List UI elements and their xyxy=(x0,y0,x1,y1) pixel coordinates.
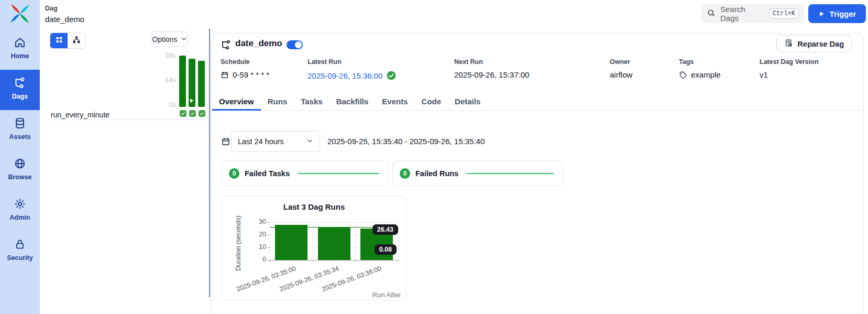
sidebar-item-label: Dags xyxy=(12,93,28,100)
sidebar-item-dags[interactable]: Dags xyxy=(0,70,40,110)
stat-card-failed-tasks[interactable]: 0Failed Tasks xyxy=(222,160,388,186)
gridline xyxy=(270,222,398,223)
airflow-logo[interactable] xyxy=(9,3,30,24)
info-owner: Ownerairflow xyxy=(610,58,632,79)
time-range-value: Last 24 hours xyxy=(238,137,306,146)
check-circle-icon xyxy=(386,70,397,81)
count-badge: 0 xyxy=(400,168,410,179)
breadcrumb-dag-name: date_demo xyxy=(45,15,84,24)
value-badge: 0.08 xyxy=(375,244,397,255)
reparse-dag-button[interactable]: Reparse Dag xyxy=(776,35,852,52)
task-row-divider xyxy=(45,120,206,120)
info-value: 2025-09-26, 15:37:00 xyxy=(454,70,529,79)
time-range-select[interactable]: Last 24 hours xyxy=(231,131,320,152)
dag-title: date_demo xyxy=(235,38,282,49)
stat-trend-line xyxy=(298,173,379,174)
stat-label: Failed Tasks xyxy=(245,169,290,178)
dag-run-bar[interactable] xyxy=(189,59,195,107)
gridline xyxy=(355,222,356,260)
sidebar-item-label: Browse xyxy=(8,174,31,181)
search-placeholder: Search Dags xyxy=(720,5,764,23)
task-status-success[interactable] xyxy=(189,110,196,117)
tab-code[interactable]: Code xyxy=(415,93,448,111)
sidebar-item-assets[interactable]: Assets xyxy=(0,110,40,150)
y-tick-label: 10 xyxy=(222,243,266,251)
info-value-text: 2025-09-26, 15:36:00 xyxy=(307,71,382,80)
document-reload-icon xyxy=(784,39,793,49)
task-name[interactable]: run_every_minute xyxy=(51,111,109,119)
grid-view-button[interactable] xyxy=(50,33,68,48)
options-dropdown[interactable]: Options xyxy=(151,31,188,47)
chart-title: Last 3 Dag Runs xyxy=(222,202,406,211)
mini-axis-label: 28s xyxy=(160,51,176,59)
play-icon xyxy=(818,10,825,17)
grid-view-icon xyxy=(55,36,63,46)
airflow-app: HomeDagsAssetsBrowseAdminSecurity Dag da… xyxy=(0,0,868,314)
dag-run-duration-bar[interactable] xyxy=(318,227,350,260)
tag-icon xyxy=(679,71,687,79)
chevron-down-icon xyxy=(306,137,313,146)
sidebar: HomeDagsAssetsBrowseAdminSecurity xyxy=(0,0,40,314)
y-tick-label: 0 xyxy=(222,256,266,263)
y-tick-mark xyxy=(267,247,270,248)
info-value: v1 xyxy=(760,70,819,79)
tab-events[interactable]: Events xyxy=(375,93,414,111)
info-next-run: Next Run2025-09-26, 15:37:00 xyxy=(454,58,529,79)
info-latest-dag-version: Latest Dag Versionv1 xyxy=(760,58,819,79)
info-value-text: v1 xyxy=(760,70,768,79)
tab-tasks[interactable]: Tasks xyxy=(294,93,329,111)
dag-run-bar[interactable] xyxy=(179,56,186,107)
panel-resize-handle[interactable] xyxy=(209,29,210,297)
dag-icon xyxy=(221,39,232,50)
info-label: Tags xyxy=(679,58,721,66)
info-value-text: 2025-09-26, 15:37:00 xyxy=(454,70,529,79)
tab-overview[interactable]: Overview xyxy=(212,93,261,111)
dag-icon xyxy=(14,77,26,89)
lock-icon xyxy=(14,238,26,251)
home-icon xyxy=(14,36,26,49)
info-label: Next Run xyxy=(454,58,529,66)
dag-detail-panel: date_demo Reparse Dag Schedule0-59 * * *… xyxy=(211,33,864,314)
search-input[interactable]: Search Dags Ctrl+K xyxy=(701,4,804,23)
tab-backfills[interactable]: Backfills xyxy=(329,93,376,111)
info-value: example xyxy=(679,70,721,79)
dag-runs-chart-card: Last 3 Dag Runs Duration (seconds) Run A… xyxy=(222,196,406,300)
time-range-text: 2025-09-25, 15:35:40 - 2025-09-26, 15:35… xyxy=(327,131,485,152)
dag-run-bar[interactable] xyxy=(198,61,205,107)
info-label: Schedule xyxy=(221,58,269,66)
tab-details[interactable]: Details xyxy=(448,93,487,111)
sidebar-item-home[interactable]: Home xyxy=(0,29,40,70)
task-status-success[interactable] xyxy=(199,110,205,117)
dag-info-row: Schedule0-59 * * * *Latest Run2025-09-26… xyxy=(211,58,863,90)
mini-run-chart: 28s14s0s xyxy=(160,50,206,119)
calendar-icon xyxy=(221,137,230,146)
task-status-success[interactable] xyxy=(180,110,186,117)
sidebar-item-security[interactable]: Security xyxy=(0,231,40,272)
trigger-button[interactable]: Trigger xyxy=(808,4,866,23)
x-tick-mark xyxy=(398,260,399,262)
pause-toggle[interactable] xyxy=(287,40,303,49)
graph-view-icon xyxy=(72,36,81,46)
graph-view-button[interactable] xyxy=(68,33,85,48)
info-value-text: 0-59 * * * * xyxy=(233,70,269,79)
mini-axis-label: 0s xyxy=(160,101,176,109)
info-latest-run: Latest Run2025-09-26, 15:36:00 xyxy=(307,58,397,81)
dag-run-duration-bar[interactable] xyxy=(275,225,307,260)
x-tick-mark xyxy=(355,260,356,262)
play-marker-icon xyxy=(190,99,193,103)
info-value: airflow xyxy=(610,70,632,79)
gridline xyxy=(270,222,270,260)
stat-card-failed-runs[interactable]: 0Failed Runs xyxy=(392,160,563,186)
info-value[interactable]: 2025-09-26, 15:36:00 xyxy=(307,70,397,81)
sidebar-item-admin[interactable]: Admin xyxy=(0,191,40,231)
globe-icon xyxy=(14,157,26,170)
info-label: Latest Dag Version xyxy=(760,58,819,66)
tab-runs[interactable]: Runs xyxy=(261,93,294,111)
y-tick-mark xyxy=(267,235,270,235)
breadcrumb-section: Dag xyxy=(45,5,84,12)
sidebar-item-browse[interactable]: Browse xyxy=(0,150,40,191)
x-tick-mark xyxy=(313,260,313,262)
gear-icon xyxy=(14,198,26,210)
stat-trend-line xyxy=(467,173,554,174)
info-schedule: Schedule0-59 * * * * xyxy=(221,58,269,79)
